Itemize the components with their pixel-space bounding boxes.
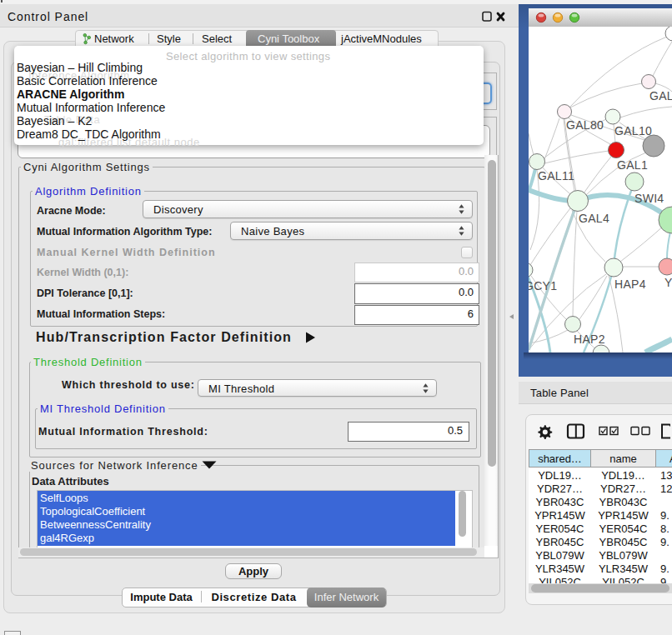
svg-text:GCY1: GCY1 <box>529 279 557 292</box>
svg-text:GAL11: GAL11 <box>538 169 574 182</box>
svg-text:GAL7: GAL7 <box>649 89 672 102</box>
svg-text:SWI4: SWI4 <box>634 192 664 205</box>
svg-text:HAP2: HAP2 <box>574 332 605 346</box>
svg-text:Y: Y <box>664 276 672 289</box>
svg-text:HAP4: HAP4 <box>614 278 646 291</box>
svg-text:GAL4: GAL4 <box>579 212 609 225</box>
svg-text:GAL80: GAL80 <box>566 118 604 132</box>
svg-text:GAL1: GAL1 <box>617 158 648 172</box>
svg-text:GAL10: GAL10 <box>614 124 652 138</box>
